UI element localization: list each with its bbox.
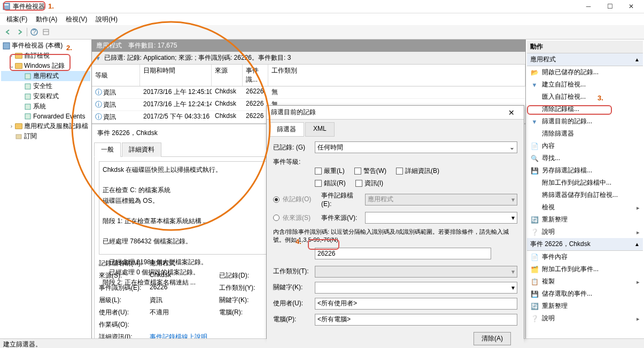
collapse-icon[interactable]: ⌄ xyxy=(9,63,14,69)
col-level[interactable]: 等級 xyxy=(92,65,140,86)
action-help[interactable]: ❔說明 xyxy=(527,226,643,238)
svg-rect-6 xyxy=(3,43,10,49)
actions-section-app[interactable]: 應用程式 ▲ xyxy=(527,53,643,66)
event-source: Chkdsk xyxy=(212,99,243,110)
cb-critical[interactable]: 嚴重(L) xyxy=(315,167,345,176)
action-label: 清除記錄檔... xyxy=(542,105,579,114)
action-refresh2[interactable]: 🔄重新整理 xyxy=(527,300,643,312)
action-help2[interactable]: ❔說明 xyxy=(527,312,643,325)
event-row[interactable]: 資訊 2017/3/16 上午 12:45:10 Chkdsk 26226 無 xyxy=(92,86,525,99)
tree-subscriptions[interactable]: 訂閱 xyxy=(1,131,90,141)
eventlog-value: 應用程式 xyxy=(368,195,393,204)
menu-view[interactable]: 檢視(V) xyxy=(63,14,90,25)
menu-help[interactable]: 說明(H) xyxy=(92,14,121,25)
action-view[interactable]: 檢視 xyxy=(527,201,643,213)
tree-root[interactable]: 事件檢視器 (本機) xyxy=(1,41,90,51)
col-event-id[interactable]: 事件識... xyxy=(243,65,268,86)
action-open-saved[interactable]: 📂開啟已儲存的記錄... xyxy=(527,66,643,78)
taskcat-select: ▾ xyxy=(315,266,517,278)
action-save-custom[interactable]: 將篩選器儲存到自訂檢視... xyxy=(527,189,643,201)
save-icon: 💾 xyxy=(530,290,539,298)
computer-input[interactable] xyxy=(315,314,517,326)
action-clear-filter[interactable]: 清除篩選器 xyxy=(527,128,643,140)
chevron-right-icon xyxy=(637,204,640,211)
dialog-tab-xml[interactable]: XML xyxy=(305,122,335,137)
action-save-selected[interactable]: 💾儲存選取的事件... xyxy=(527,288,643,300)
action-label: 附加工作到此事件... xyxy=(542,265,599,274)
action-filter-current[interactable]: 篩選目前的記錄... xyxy=(527,115,643,128)
tab-details[interactable]: 詳細資料 xyxy=(122,143,161,157)
radio-bylog[interactable] xyxy=(273,196,280,203)
prop-logged-label: 已記錄(D): xyxy=(219,271,257,280)
action-event-properties[interactable]: 📄事件內容 xyxy=(527,251,643,263)
dialog-close-button[interactable]: ✕ xyxy=(503,108,519,117)
view-icon xyxy=(530,203,539,212)
tree-system[interactable]: 系統 xyxy=(1,101,90,112)
action-save-filter[interactable]: 💾另存篩選記錄檔... xyxy=(527,164,643,177)
tree-setup[interactable]: 安裝程式 xyxy=(1,91,90,101)
expand-icon[interactable]: › xyxy=(9,123,14,129)
col-task[interactable]: 工作類別 xyxy=(268,65,525,86)
prop-logname-value: 應用程式 xyxy=(150,259,219,268)
cb-error[interactable]: 錯誤(R) xyxy=(315,179,346,188)
action-attach-task-log[interactable]: 附加工作到此記錄檔中... xyxy=(527,177,643,189)
log-icon xyxy=(24,72,32,81)
menu-action[interactable]: 動作(A) xyxy=(33,14,60,25)
col-source[interactable]: 來源 xyxy=(212,65,243,86)
event-source: Chkdsk xyxy=(212,111,243,123)
action-attach-task-event[interactable]: 🗂️附加工作到此事件... xyxy=(527,263,643,275)
toolbar-list-icon[interactable] xyxy=(41,27,51,37)
tree-app-services-label: 應用程式及服務記錄檔 xyxy=(24,122,88,131)
logged-label: 已記錄: (G) xyxy=(273,143,311,152)
svg-text:?: ? xyxy=(33,28,36,36)
action-clear-log[interactable]: 清除記錄檔... xyxy=(527,103,643,115)
action-import-custom[interactable]: 匯入自訂檢視... xyxy=(527,91,643,103)
event-datetime: 2017/3/16 上午 12:45:10 xyxy=(140,86,212,98)
cb-warning[interactable]: 警告(W) xyxy=(354,167,386,176)
dialog-tab-filter[interactable]: 篩選器 xyxy=(269,122,304,137)
source-select[interactable]: ▾ xyxy=(365,212,517,224)
action-find[interactable]: 🔍尋找... xyxy=(527,152,643,164)
keywords-select[interactable]: ▾ xyxy=(315,282,517,294)
user-input[interactable] xyxy=(315,298,517,310)
tab-general[interactable]: 一般 xyxy=(94,143,121,157)
minimize-button[interactable]: ─ xyxy=(578,1,599,12)
tree-windows-logs[interactable]: ⌄ Windows 記錄 xyxy=(1,61,90,71)
menu-file[interactable]: 檔案(F) xyxy=(3,14,30,25)
clear-button[interactable]: 清除(A) xyxy=(474,332,511,345)
maximize-button[interactable]: ☐ xyxy=(599,1,620,12)
action-properties[interactable]: 📄內容 xyxy=(527,140,643,152)
action-refresh[interactable]: 🔄重新整理 xyxy=(527,213,643,226)
prop-eventid-value: 26226 xyxy=(150,283,219,292)
prop-task-label: 工作類別(Y): xyxy=(219,283,257,292)
info-icon xyxy=(95,100,102,109)
tree-application[interactable]: 應用程式 xyxy=(1,71,90,81)
toolbar-help-icon[interactable]: ? xyxy=(29,27,39,37)
event-id-input[interactable] xyxy=(315,248,491,259)
action-copy[interactable]: 📋複製 xyxy=(527,275,643,288)
col-datetime[interactable]: 日期和時間 xyxy=(140,65,212,86)
help-icon: ❔ xyxy=(530,228,539,236)
dialog-title: 篩選目前的記錄 xyxy=(271,108,503,117)
actions-section-event[interactable]: 事件 26226，Chkdsk ▲ xyxy=(527,238,643,251)
task-icon xyxy=(530,179,539,187)
dropdown-icon: ▾ xyxy=(511,214,515,222)
cb-info[interactable]: 資訊(I) xyxy=(355,179,383,188)
expand-icon[interactable]: › xyxy=(9,53,14,59)
radio-bysource[interactable] xyxy=(273,215,280,221)
toolbar-forward-icon[interactable] xyxy=(15,27,25,37)
logged-select[interactable]: 任何時間 ⌄ xyxy=(315,141,517,153)
toolbar-back-icon[interactable] xyxy=(3,27,13,37)
expand-icon[interactable] xyxy=(9,133,14,139)
tree-app-services[interactable]: › 應用程式及服務記錄檔 xyxy=(1,121,90,131)
close-button[interactable]: ✕ xyxy=(620,1,642,12)
prop-computer-label: 電腦(R): xyxy=(219,308,257,317)
folder-icon xyxy=(14,52,23,60)
tree-root-label: 事件檢視器 (本機) xyxy=(12,41,63,50)
action-create-custom[interactable]: 建立自訂檢視... xyxy=(527,78,643,91)
event-id: 26226 xyxy=(243,111,268,123)
tree-custom-views[interactable]: › 自訂檢視 xyxy=(1,51,90,61)
tree-security[interactable]: 安全性 xyxy=(1,81,90,91)
cb-verbose[interactable]: 詳細資訊(B) xyxy=(396,167,439,176)
tree-forwarded[interactable]: Forwarded Events xyxy=(1,112,90,121)
